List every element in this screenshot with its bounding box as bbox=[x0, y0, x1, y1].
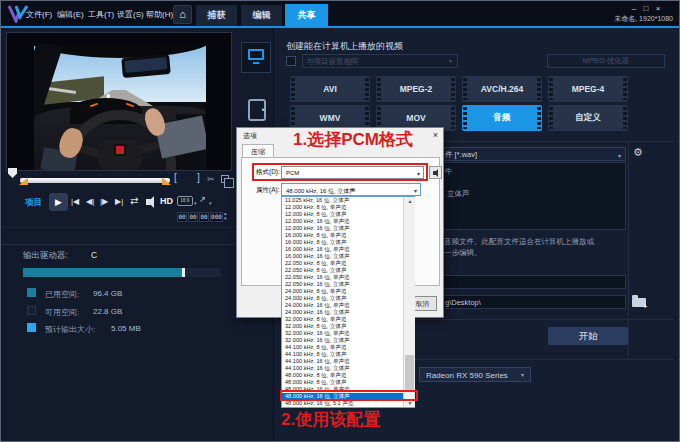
gpu-select[interactable]: Radeon RX 590 Series bbox=[419, 367, 531, 382]
home-icon[interactable]: ⌂ bbox=[173, 5, 192, 24]
wheel-emblem bbox=[114, 144, 126, 156]
close-icon[interactable]: × bbox=[653, 4, 663, 13]
play-button[interactable]: ▶ bbox=[49, 193, 68, 211]
split-clip-icon[interactable]: ✂ bbox=[207, 174, 215, 184]
disk-usage-bar bbox=[23, 268, 221, 277]
loop-icon[interactable]: ⇄ bbox=[130, 195, 138, 206]
scroll-up-icon[interactable]: ▲ bbox=[404, 198, 416, 204]
maximize-icon[interactable]: □ bbox=[641, 4, 651, 13]
timecode-stepper[interactable]: ▴ ▾ bbox=[224, 211, 227, 221]
list-item[interactable]: 24.000 kHz, 8 位, 单声道 bbox=[282, 288, 403, 295]
same-as-project-checkbox[interactable] bbox=[286, 56, 296, 66]
volume-icon[interactable] bbox=[146, 199, 151, 205]
go-end-button[interactable]: ▶| bbox=[115, 197, 123, 206]
list-item[interactable]: 12.000 kHz, 16 位, 单声道 bbox=[282, 218, 403, 225]
tab-share[interactable]: 共享 bbox=[285, 4, 328, 27]
browse-folder-icon[interactable] bbox=[632, 298, 646, 307]
menu-edit[interactable]: 编辑(E) bbox=[57, 9, 84, 20]
enlarge-icon[interactable]: ↗ bbox=[199, 195, 206, 204]
enlarge-caret-icon[interactable]: ▾ bbox=[209, 200, 212, 206]
scrub-bar[interactable] bbox=[20, 178, 170, 183]
go-start-button[interactable]: |◀ bbox=[71, 197, 79, 206]
hd-toggle[interactable]: HD bbox=[160, 196, 173, 206]
format-mpeg4-button[interactable]: MPEG-4 bbox=[548, 76, 628, 102]
menu-settings[interactable]: 设置(S) bbox=[117, 9, 144, 20]
snapshot-icon[interactable] bbox=[221, 175, 229, 183]
start-button[interactable]: 开始 bbox=[548, 327, 628, 345]
timecode-hours[interactable]: 00 bbox=[177, 212, 187, 222]
format-mpeg2-button[interactable]: MPEG-2 bbox=[376, 76, 456, 102]
mark-out-button[interactable]: ] bbox=[197, 172, 200, 183]
list-item[interactable]: 12.000 kHz, 16 位, 立体声 bbox=[282, 225, 403, 232]
list-item[interactable]: 12.000 kHz, 8 位, 立体声 bbox=[282, 211, 403, 218]
list-item[interactable]: 44.100 kHz, 16 位, 单声道 bbox=[282, 358, 403, 365]
speaker-icon bbox=[433, 171, 436, 175]
next-frame-button[interactable]: |▶ bbox=[100, 197, 108, 206]
spin-down-icon[interactable]: ▾ bbox=[224, 216, 227, 221]
mark-in-button[interactable]: [ bbox=[174, 172, 177, 183]
scroll-down-icon[interactable]: ▼ bbox=[404, 400, 416, 406]
list-item[interactable]: 24.000 kHz, 8 位, 立体声 bbox=[282, 295, 403, 302]
list-item[interactable]: 32.000 kHz, 8 位, 立体声 bbox=[282, 323, 403, 330]
save-path-text: g\Desktop\ bbox=[445, 298, 481, 307]
dialog-close-icon[interactable]: × bbox=[433, 130, 438, 140]
list-item[interactable]: 22.050 kHz, 16 位, 立体声 bbox=[282, 281, 403, 288]
dialog-title: 选项 bbox=[243, 131, 257, 141]
divider bbox=[628, 141, 629, 359]
list-item[interactable]: 32.000 kHz, 8 位, 单声道 bbox=[282, 316, 403, 323]
list-item[interactable]: 16.000 kHz, 16 位, 单声道 bbox=[282, 246, 403, 253]
timecode-seconds[interactable]: 00 bbox=[199, 212, 209, 222]
list-item[interactable]: 22.050 kHz, 8 位, 立体声 bbox=[282, 267, 403, 274]
aspect-caret-icon[interactable]: ▾ bbox=[194, 200, 197, 206]
list-item[interactable]: 22.050 kHz, 16 位, 单声道 bbox=[282, 274, 403, 281]
destination-computer[interactable] bbox=[241, 42, 271, 73]
format-audio-button[interactable]: 音频 bbox=[462, 105, 542, 131]
gear-icon[interactable]: ⚙ bbox=[633, 146, 643, 159]
properties-listbox[interactable]: 11.025 kHz, 16 位, 立体声12.000 kHz, 8 位, 单声… bbox=[281, 196, 415, 408]
annotation-step2: 2.使用该配置 bbox=[281, 408, 380, 431]
list-item[interactable]: 44.100 kHz, 8 位, 单声道 bbox=[282, 344, 403, 351]
list-item[interactable]: 48.000 kHz, 16 位, 单声道 bbox=[282, 386, 403, 393]
menu-help[interactable]: 帮助(H) bbox=[146, 9, 173, 20]
scrollbar-thumb[interactable] bbox=[405, 355, 414, 391]
profile-info-line2: 立体声 bbox=[447, 189, 470, 199]
used-space-label: 已用空间: bbox=[45, 289, 79, 300]
timecode-minutes[interactable]: 00 bbox=[188, 212, 198, 222]
disk-marker bbox=[182, 268, 185, 277]
list-item[interactable]: 16.000 kHz, 8 位, 立体声 bbox=[282, 239, 403, 246]
list-item[interactable]: 48.000 kHz, 16 位, 5.1 声道 bbox=[282, 400, 403, 407]
list-item[interactable]: 24.000 kHz, 16 位, 立体声 bbox=[282, 309, 403, 316]
list-item[interactable]: 12.000 kHz, 8 位, 单声道 bbox=[282, 204, 403, 211]
prev-frame-button[interactable]: ◀| bbox=[86, 197, 94, 206]
format-avi-button[interactable]: AVI bbox=[290, 76, 370, 102]
minimize-icon[interactable]: – bbox=[629, 4, 639, 13]
format-custom-button[interactable]: 自定义 bbox=[548, 105, 628, 131]
list-item[interactable]: 16.000 kHz, 8 位, 单声道 bbox=[282, 232, 403, 239]
timecode-frames[interactable]: 000 bbox=[210, 212, 223, 222]
list-item[interactable]: 16.000 kHz, 16 位, 立体声 bbox=[282, 253, 403, 260]
list-scrollbar[interactable]: ▲ ▼ bbox=[403, 197, 415, 407]
list-item[interactable]: 44.100 kHz, 8 位, 立体声 bbox=[282, 351, 403, 358]
list-item[interactable]: 48.000 kHz, 8 位, 立体声 bbox=[282, 379, 403, 386]
list-item[interactable]: 48.000 kHz, 8 位, 单声道 bbox=[282, 372, 403, 379]
list-item[interactable]: 32.000 kHz, 16 位, 立体声 bbox=[282, 337, 403, 344]
list-item[interactable]: 48.000 kHz, 16 位, 立体声 bbox=[282, 393, 403, 400]
output-drive-value: C bbox=[91, 250, 97, 260]
monitor-icon bbox=[248, 49, 264, 60]
menu-tools[interactable]: 工具(T) bbox=[88, 9, 114, 20]
tab-capture[interactable]: 捕获 bbox=[195, 4, 238, 27]
list-item[interactable]: 22.050 kHz, 8 位, 单声道 bbox=[282, 260, 403, 267]
project-mode-toggle[interactable]: 项目 bbox=[25, 197, 42, 209]
list-item[interactable]: 11.025 kHz, 16 位, 立体声 bbox=[282, 197, 403, 204]
tab-compression[interactable]: 压缩 bbox=[242, 144, 274, 158]
estimated-size-value: 5.05 MB bbox=[111, 324, 141, 333]
list-item[interactable]: 32.000 kHz, 16 位, 单声道 bbox=[282, 330, 403, 337]
aspect-ratio-button[interactable]: 16:9 bbox=[177, 196, 193, 206]
list-item[interactable]: 24.000 kHz, 16 位, 单声道 bbox=[282, 302, 403, 309]
format-avc-button[interactable]: AVC/H.264 bbox=[462, 76, 542, 102]
menu-file[interactable]: 文件(F) bbox=[26, 9, 52, 20]
tab-edit[interactable]: 编辑 bbox=[240, 4, 283, 27]
audio-settings-button[interactable] bbox=[429, 166, 442, 179]
list-item[interactable]: 44.100 kHz, 16 位, 立体声 bbox=[282, 365, 403, 372]
properties-select[interactable]: 48.000 kHz, 16 位, 立体声 ▾ bbox=[281, 183, 421, 196]
